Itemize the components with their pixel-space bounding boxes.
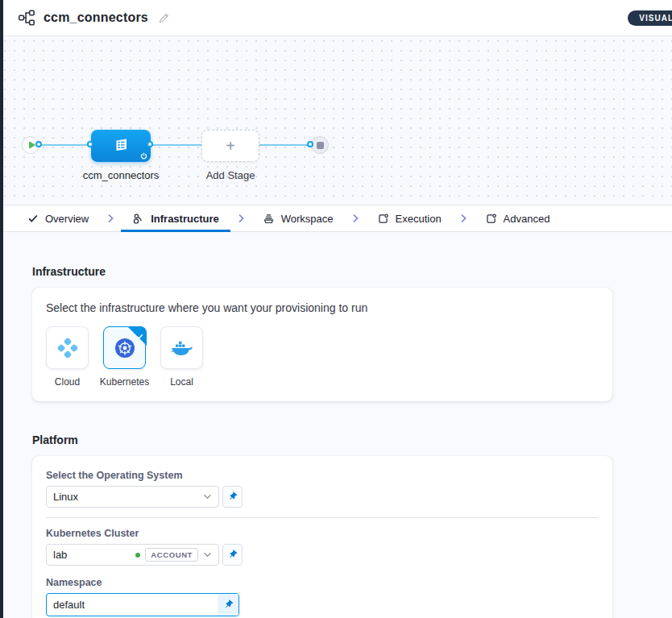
infrastructure-description: Select the infrastructure where you want… [46,301,599,314]
option-local[interactable]: Local [160,326,203,388]
chevron-right-icon [230,205,251,231]
option-label-local: Local [170,376,193,388]
chevron-down-icon [203,494,212,500]
workspace-icon [263,213,275,225]
os-select-value: Linux [53,491,198,503]
chevron-right-icon [345,205,366,231]
field-divider [46,517,599,518]
pipeline-icon [18,9,35,27]
platform-card: Select the Operating System Linux Kubern… [32,456,612,618]
tab-label: Infrastructure [151,213,219,225]
stage-node-label: ccm_connectors [73,169,169,181]
stage-config-tabbar: Overview Infrastructure Workspace Execut… [0,205,672,232]
namespace-input[interactable]: default [46,593,239,616]
edit-pencil-icon[interactable] [158,11,171,24]
cloud-icon [56,336,80,360]
stage-type-icon [112,137,130,155]
tab-workspace[interactable]: Workspace [251,205,345,231]
option-card-local[interactable] [160,326,203,369]
add-stage-label: Add Stage [198,169,263,181]
chevron-right-icon [100,205,121,231]
infrastructure-card: Select the infrastructure where you want… [32,288,612,401]
port-start-right[interactable] [35,141,42,147]
cluster-select-value: lab [53,549,131,561]
tab-overview[interactable]: Overview [16,205,100,231]
port-stage-right[interactable] [147,141,153,147]
option-label-cloud: Cloud [55,376,80,388]
tab-label: Execution [396,213,442,225]
cluster-fixed-value-pin-button[interactable] [222,544,243,566]
tab-label: Workspace [281,213,334,225]
plus-icon: + [226,137,235,156]
scope-badge: ACCOUNT [145,548,198,562]
stage-config-content: Infrastructure Select the infrastructure… [0,232,672,618]
chevron-right-icon [453,205,474,231]
platform-heading: Platform [32,433,640,446]
play-icon [29,141,35,149]
docker-icon [170,338,194,358]
pipeline-header: ccm_connectors VISUAL [0,0,672,36]
edge-addstage-to-end [259,144,311,146]
cluster-select[interactable]: lab ACCOUNT [46,544,219,566]
option-kubernetes[interactable]: Kubernetes [103,326,146,388]
stop-icon [317,142,324,149]
os-select[interactable]: Linux [46,486,219,508]
infrastructure-options: Cloud Kub [46,326,599,388]
tab-infrastructure[interactable]: Infrastructure [121,205,230,231]
pipeline-canvas[interactable]: ccm_connectors + Add Stage [0,36,672,205]
os-fixed-value-pin-button[interactable] [222,486,243,508]
option-cloud[interactable]: Cloud [46,326,89,388]
conditional-execution-icon [140,152,147,160]
tab-advanced[interactable]: Advanced [474,205,562,231]
cluster-field-label: Kubernetes Cluster [46,528,599,539]
edge-stage-to-addstage [151,144,201,146]
stage-node-ccm-connectors[interactable] [91,130,151,162]
pipeline-end-node[interactable] [311,136,329,154]
execution-icon [377,213,389,225]
infrastructure-heading: Infrastructure [32,265,640,278]
connector-status-dot [135,553,140,558]
tab-execution[interactable]: Execution [366,205,453,231]
tab-label: Advanced [504,213,550,225]
port-stage-left[interactable] [87,141,93,147]
selected-check-icon [136,329,143,343]
option-label-kubernetes: Kubernetes [100,376,149,388]
check-icon [27,213,39,224]
pin-icon [225,547,239,562]
advanced-icon [485,213,497,225]
page-title: ccm_connectors [44,10,148,25]
cluster-field-row: lab ACCOUNT [46,544,599,566]
os-field-label: Select the Operating System [46,470,599,481]
namespace-input-value: default [47,599,218,611]
visual-yaml-toggle[interactable]: VISUAL [628,10,672,26]
option-card-cloud[interactable] [46,326,89,369]
collapsed-sidebar-strip[interactable] [0,0,3,618]
infrastructure-icon [132,213,144,225]
chevron-down-icon [203,552,212,558]
port-end-left[interactable] [307,141,313,147]
pin-icon [221,597,235,612]
namespace-fixed-value-pin-button[interactable] [218,594,239,616]
tab-label: Overview [45,213,89,225]
os-field-row: Linux [46,486,599,508]
namespace-field-label: Namespace [46,577,599,588]
add-stage-button[interactable]: + [201,130,259,162]
edge-start-to-stage [39,144,91,146]
pin-icon [225,489,239,504]
option-card-kubernetes[interactable] [103,326,146,369]
